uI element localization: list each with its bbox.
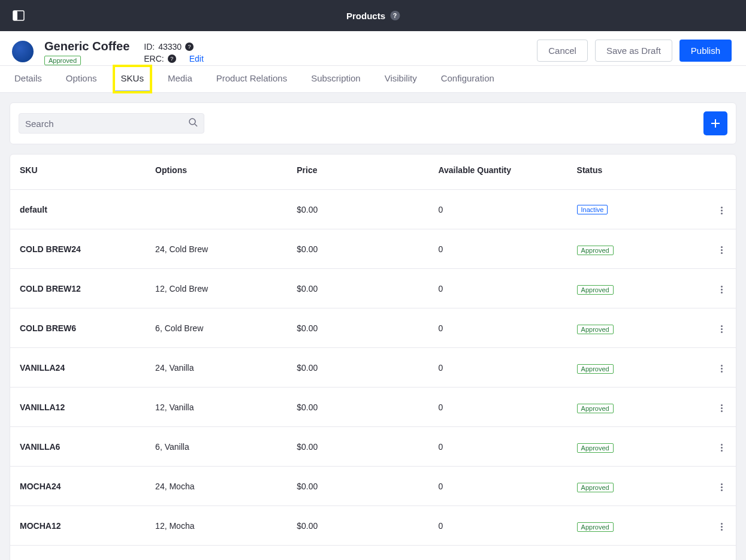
cancel-button[interactable]: Cancel [537,40,588,62]
status-badge: Approved [577,364,614,374]
table-row[interactable]: default$0.000Inactive [10,190,736,229]
info-icon[interactable]: ? [168,55,176,63]
cell-options: 6, Mocha [146,546,287,561]
table-row[interactable]: MOCHA66, Mocha$0.000Approved [10,546,736,561]
row-actions-icon[interactable] [717,361,726,376]
cell-qty: 0 [428,388,567,427]
cell-price: $0.00 [287,388,428,427]
svg-point-2 [189,119,195,125]
cell-qty: 0 [428,229,567,269]
status-badge: Approved [577,443,614,453]
cell-status: Approved [567,388,706,427]
row-actions-icon[interactable] [717,322,726,337]
status-badge: Approved [577,404,614,413]
cell-status: Approved [567,546,706,561]
page-title: Products ? [346,11,400,21]
row-actions-icon[interactable] [717,440,726,455]
tabs: Details Options SKUs Media Product Relat… [0,66,746,93]
status-badge: Approved [577,285,614,295]
add-button[interactable] [703,111,727,135]
cell-qty: 0 [428,427,567,467]
status-badge: Approved [577,483,614,492]
th-qty[interactable]: Available Quantity [428,155,567,190]
tab-options[interactable]: Options [59,66,104,92]
cell-sku: MOCHA24 [10,467,146,506]
row-actions-icon[interactable] [717,282,726,297]
help-icon[interactable]: ? [390,11,400,20]
cell-status: Approved [567,506,706,546]
tab-product-relations[interactable]: Product Relations [209,66,294,92]
status-badge: Approved [577,522,614,532]
product-name: Generic Coffee [44,40,129,53]
row-actions-icon[interactable] [717,480,726,495]
cell-sku: MOCHA12 [10,506,146,546]
th-sku[interactable]: SKU [10,155,146,190]
cell-qty: 0 [428,308,567,348]
search-box[interactable] [19,113,204,134]
row-actions-icon[interactable] [717,401,726,416]
cell-price: $0.00 [287,229,428,269]
table-row[interactable]: COLD BREW1212, Cold Brew$0.000Approved [10,269,736,308]
cell-options: 24, Vanilla [146,348,287,388]
tab-media[interactable]: Media [161,66,200,92]
tab-configuration[interactable]: Configuration [434,66,502,92]
cell-options: 12, Vanilla [146,388,287,427]
row-actions-icon[interactable] [717,203,726,218]
header-actions: Cancel Save as Draft Publish [537,40,732,62]
th-price[interactable]: Price [287,155,428,190]
th-status[interactable]: Status [567,155,706,190]
cell-options: 24, Mocha [146,467,287,506]
save-draft-button[interactable]: Save as Draft [595,40,672,62]
svg-line-3 [195,124,197,126]
row-actions-icon[interactable] [717,519,726,534]
cell-options: 6, Cold Brew [146,308,287,348]
cell-sku: COLD BREW12 [10,269,146,308]
status-badge: Approved [577,246,614,255]
cell-qty: 0 [428,269,567,308]
table-row[interactable]: COLD BREW2424, Cold Brew$0.000Approved [10,229,736,269]
table-row[interactable]: COLD BREW66, Cold Brew$0.000Approved [10,308,736,348]
cell-status: Approved [567,269,706,308]
brand-logo [12,41,34,62]
tab-details[interactable]: Details [7,66,49,92]
tab-visibility[interactable]: Visibility [377,66,424,92]
table-row[interactable]: MOCHA2424, Mocha$0.000Approved [10,467,736,506]
cell-price: $0.00 [287,467,428,506]
cell-sku: MOCHA6 [10,546,146,561]
table-row[interactable]: VANILLA2424, Vanilla$0.000Approved [10,348,736,388]
row-actions-icon[interactable] [717,243,726,258]
cell-sku: COLD BREW24 [10,229,146,269]
cell-status: Approved [567,348,706,388]
cell-price: $0.00 [287,427,428,467]
cell-status: Approved [567,229,706,269]
table-row[interactable]: MOCHA1212, Mocha$0.000Approved [10,506,736,546]
table-row[interactable]: VANILLA1212, Vanilla$0.000Approved [10,388,736,427]
sidebar-toggle-icon[interactable] [12,9,25,22]
cell-sku: default [10,190,146,229]
cell-price: $0.00 [287,269,428,308]
publish-button[interactable]: Publish [679,40,732,62]
tab-skus[interactable]: SKUs [114,66,151,92]
topbar: Products ? [0,0,746,31]
edit-link[interactable]: Edit [189,54,204,63]
cell-status: Approved [567,308,706,348]
id-label: ID: [144,42,155,52]
cell-price: $0.00 [287,506,428,546]
meta-block: ID: 43330 ? ERC: ? Edit [144,41,204,65]
cell-options [146,190,287,229]
cell-price: $0.00 [287,308,428,348]
table-row[interactable]: VANILLA66, Vanilla$0.000Approved [10,427,736,467]
info-icon[interactable]: ? [185,43,194,51]
cell-options: 12, Mocha [146,506,287,546]
th-options[interactable]: Options [146,155,287,190]
cell-options: 6, Vanilla [146,427,287,467]
tab-subscription[interactable]: Subscription [304,66,368,92]
svg-rect-1 [13,11,17,20]
status-badge: Inactive [577,205,608,214]
cell-options: 12, Cold Brew [146,269,287,308]
sku-table: SKU Options Price Available Quantity Sta… [10,155,736,560]
cell-qty: 0 [428,190,567,229]
search-icon[interactable] [188,117,198,129]
search-input[interactable] [25,119,188,129]
cell-options: 24, Cold Brew [146,229,287,269]
